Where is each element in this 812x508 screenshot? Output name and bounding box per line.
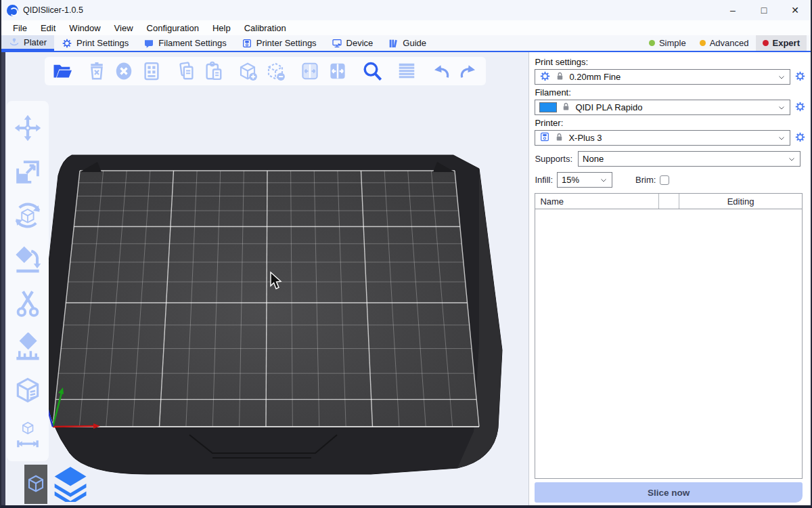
support-paint-icon[interactable] (13, 332, 43, 362)
menu-view[interactable]: View (108, 22, 139, 35)
app-logo-icon (7, 5, 18, 16)
menu-help[interactable]: Help (206, 22, 237, 35)
gear-outline-icon (62, 38, 72, 49)
infill-label: Infill: (535, 175, 553, 185)
add-instance-icon[interactable] (236, 59, 261, 83)
filament-label: Filament: (535, 87, 807, 98)
chevron-down-icon (777, 73, 786, 81)
scale-icon[interactable] (13, 157, 43, 187)
printer-combo[interactable]: X-Plus 3 (535, 130, 790, 146)
app-window: QIDISlicer-1.0.5 – □ ✕ FileEditWindowVie… (0, 0, 812, 508)
tab-label: Filament Settings (158, 38, 226, 48)
settings-sidebar: Print settings: 0.20mm Fine Filament: QI… (528, 52, 811, 505)
paste-icon[interactable] (202, 59, 226, 83)
chevron-down-icon (777, 104, 786, 112)
delete-icon[interactable] (85, 59, 109, 83)
place-on-face-icon[interactable] (13, 245, 43, 274)
menu-window[interactable]: Window (63, 22, 106, 35)
measure-icon[interactable] (13, 419, 43, 449)
move-icon[interactable] (13, 113, 43, 143)
tab-label: Device (346, 38, 374, 48)
arrange-icon[interactable] (139, 59, 164, 83)
delete-all-icon[interactable] (112, 59, 137, 83)
mode-dot-icon (649, 40, 655, 46)
mode-advanced[interactable]: Advanced (693, 35, 756, 51)
menu-file[interactable]: File (7, 22, 33, 35)
tab-label: Guide (403, 38, 426, 48)
print-bed[interactable] (5, 52, 528, 505)
menu-edit[interactable]: Edit (35, 22, 62, 35)
print-settings-label: Print settings: (535, 57, 807, 67)
mode-simple[interactable]: Simple (642, 35, 693, 51)
brim-checkbox[interactable] (660, 175, 669, 185)
tab-plater[interactable]: Plater (1, 35, 54, 51)
edit-filament-button[interactable] (792, 100, 807, 115)
undo-icon[interactable] (429, 59, 453, 83)
maximize-button[interactable]: □ (748, 0, 780, 20)
tab-printer-settings[interactable]: Printer Settings (234, 35, 324, 51)
supports-combo[interactable]: None (578, 151, 800, 167)
menu-configuration[interactable]: Configuration (141, 22, 205, 35)
window-controls: – □ ✕ (717, 0, 811, 20)
window-title: QIDISlicer-1.0.5 (23, 5, 83, 15)
tab-label: Printer Settings (256, 38, 317, 48)
gear-icon (794, 70, 806, 84)
books-icon (388, 38, 399, 49)
supports-label: Supports: (535, 154, 572, 164)
mode-expert[interactable]: Expert (756, 35, 807, 51)
filament-icon (143, 38, 154, 49)
column-name[interactable]: Name (535, 194, 659, 209)
tab-label: Plater (24, 37, 47, 47)
plater-icon (9, 37, 20, 47)
remove-instance-icon[interactable] (263, 59, 288, 83)
chevron-down-icon (788, 155, 796, 163)
column-editing[interactable]: Editing (679, 194, 802, 209)
mode-label: Advanced (710, 38, 749, 48)
variable-layer-height-icon[interactable] (394, 59, 419, 83)
object-list-body[interactable] (535, 209, 802, 478)
mode-label: Simple (659, 38, 686, 48)
minimize-button[interactable]: – (717, 0, 748, 20)
brim-label: Brim: (635, 175, 656, 185)
print-settings-combo[interactable]: 0.20mm Fine (535, 69, 790, 85)
rotate-icon[interactable] (13, 200, 43, 230)
gear-icon (539, 70, 551, 84)
menu-bar: FileEditWindowViewConfigurationHelpCalib… (1, 20, 811, 35)
object-list-header: Name Editing (535, 194, 802, 209)
object-list[interactable]: Name Editing (535, 193, 803, 479)
split-parts-icon[interactable] (325, 59, 350, 83)
chevron-down-icon (600, 176, 608, 184)
cut-icon[interactable] (13, 288, 43, 318)
preview-view-toggle[interactable] (50, 463, 88, 504)
tab-print-settings[interactable]: Print Settings (54, 35, 136, 51)
mode-selector: SimpleAdvancedExpert (642, 35, 811, 51)
close-button[interactable]: ✕ (780, 0, 811, 20)
column-extruder[interactable] (659, 194, 679, 209)
filament-combo[interactable]: QIDI PLA Rapido (535, 100, 790, 115)
edit-printer-button[interactable] (792, 131, 807, 146)
tab-device[interactable]: Device (324, 35, 381, 51)
redo-icon[interactable] (457, 59, 481, 83)
infill-combo[interactable]: 15% (557, 172, 612, 188)
copy-icon[interactable] (174, 59, 198, 83)
slice-now-button[interactable]: Slice now (535, 482, 803, 503)
open-folder-icon[interactable] (50, 59, 74, 83)
3d-viewport[interactable] (1, 52, 528, 505)
tab-filament-settings[interactable]: Filament Settings (136, 35, 233, 51)
main-area: Print settings: 0.20mm Fine Filament: QI… (1, 52, 811, 505)
edit-print-settings-button[interactable] (792, 70, 807, 85)
printer-small-icon (539, 131, 550, 144)
lock-icon (561, 102, 571, 114)
split-objects-icon[interactable] (298, 59, 322, 83)
monitor-icon (332, 38, 342, 49)
mode-dot-icon (763, 40, 769, 46)
menu-calibration[interactable]: Calibration (238, 22, 292, 35)
printer-label: Printer: (535, 118, 807, 128)
seam-paint-icon[interactable] (13, 375, 43, 405)
search-icon[interactable] (360, 59, 384, 83)
tab-guide[interactable]: Guide (380, 35, 434, 51)
tabs: PlaterPrint SettingsFilament SettingsPri… (1, 35, 434, 51)
layers-icon (51, 464, 87, 504)
plater-toolbar (45, 57, 486, 85)
editor-view-toggle[interactable] (24, 465, 47, 504)
